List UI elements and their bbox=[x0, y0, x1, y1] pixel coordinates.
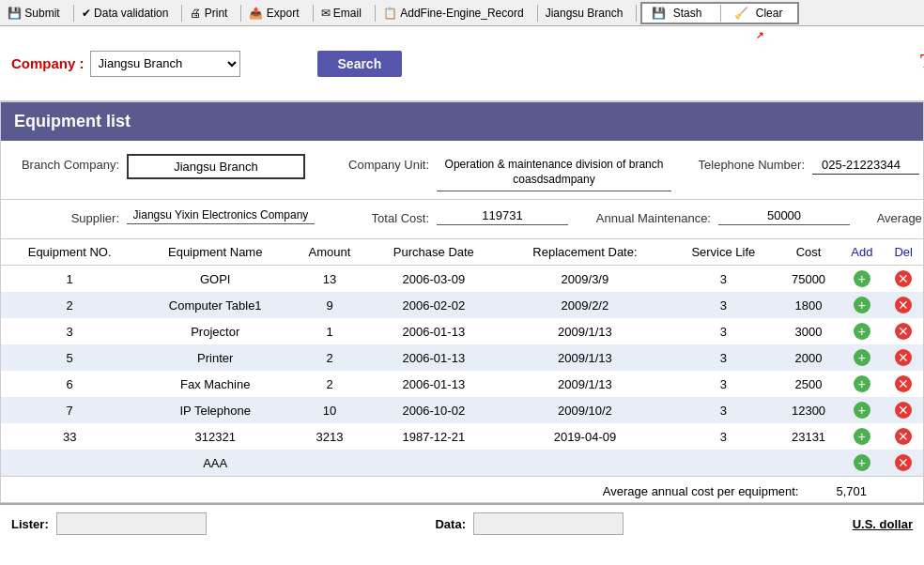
col-replacement: Replacement Date: bbox=[500, 239, 670, 266]
main-content: Equipment list Branch Company: Jiangsu B… bbox=[0, 101, 924, 503]
branch-label: Branch Company: bbox=[5, 154, 127, 172]
print-icon: 🖨 bbox=[190, 7, 201, 20]
del-row-button[interactable]: ✕ bbox=[895, 428, 912, 445]
telephone-label: Telephone Number: bbox=[681, 154, 812, 172]
table-row: AAA+✕ bbox=[1, 450, 923, 476]
add-record-icon: 📋 bbox=[383, 7, 397, 20]
sep4 bbox=[313, 5, 314, 22]
add-row-button[interactable]: + bbox=[854, 323, 870, 340]
col-life: Service Life bbox=[670, 239, 778, 266]
lister-input[interactable] bbox=[56, 512, 207, 535]
total-cost-label: Total Cost: bbox=[315, 207, 437, 225]
avg-service-life-label: Average Service Life: bbox=[850, 207, 924, 225]
col-no: Equipment NO. bbox=[1, 239, 138, 266]
data-validation-button[interactable]: ✔ Data validation bbox=[78, 6, 173, 21]
footer: Lister: Data: U.S. dollar bbox=[0, 503, 924, 542]
data-input[interactable] bbox=[473, 512, 624, 535]
submit-button[interactable]: 💾 Submit bbox=[4, 6, 64, 21]
del-row-button[interactable]: ✕ bbox=[895, 349, 912, 366]
del-row-button[interactable]: ✕ bbox=[895, 270, 912, 287]
sep6 bbox=[537, 5, 538, 22]
export-button[interactable]: 📤 Export bbox=[245, 6, 302, 21]
info-row-1: Branch Company: Jiangsu Branch Company U… bbox=[1, 141, 923, 200]
stash-button[interactable]: 💾 Stash bbox=[648, 6, 705, 21]
avg-row: Average annual cost per equipment: 5,701 bbox=[1, 476, 923, 502]
company-unit-label: Company Unit: bbox=[315, 154, 437, 172]
table-row: 7IP Telephone102006-10-022009/10/2312300… bbox=[1, 397, 923, 423]
add-row-button[interactable]: + bbox=[854, 375, 870, 392]
del-row-button[interactable]: ✕ bbox=[895, 402, 912, 419]
add-record-button[interactable]: 📋 AddFine-Engine_Record bbox=[379, 6, 528, 21]
section-title: Equipment list bbox=[14, 112, 131, 130]
table-row: 3Projector12006-01-132009/1/1333000+✕ bbox=[1, 318, 923, 344]
company-label: Company : bbox=[11, 55, 85, 71]
del-row-button[interactable]: ✕ bbox=[895, 375, 912, 392]
add-row-button[interactable]: + bbox=[854, 402, 870, 419]
add-row-button[interactable]: + bbox=[854, 428, 870, 445]
sep3 bbox=[240, 5, 241, 22]
del-row-button[interactable]: ✕ bbox=[895, 454, 912, 471]
temp-storage-annotation: ↗ Temporary Storage bbox=[460, 39, 632, 64]
lister-label: Lister: bbox=[11, 517, 49, 531]
sep2 bbox=[181, 5, 182, 22]
annual-maintenance-label: Annual Maintenance: bbox=[568, 207, 718, 225]
toolbar: 💾 Submit ✔ Data validation 🖨 Print 📤 Exp… bbox=[0, 0, 924, 26]
jiangsu-branch-button[interactable]: Jiangsu Branch bbox=[542, 6, 627, 21]
sep5 bbox=[375, 5, 376, 22]
telephone-value: 025-21223344 bbox=[812, 154, 919, 175]
section-header: Equipment list bbox=[1, 102, 923, 141]
table-row: 2Computer Table192006-02-022009/2/231800… bbox=[1, 292, 923, 318]
currency-text: U.S. dollar bbox=[853, 517, 913, 531]
print-button[interactable]: 🖨 Print bbox=[186, 6, 231, 21]
stash-icon: 💾 bbox=[652, 7, 666, 20]
data-label: Data: bbox=[435, 517, 466, 531]
annual-maintenance-value: 50000 bbox=[718, 208, 850, 225]
company-select[interactable]: Jiangsu Branch bbox=[90, 51, 240, 77]
searchbar: Company : Jiangsu Branch Search ↗ Tempor… bbox=[0, 26, 924, 101]
table-row: 6Fax Machine22006-01-132009/1/1332500+✕ bbox=[1, 371, 923, 397]
clear-icon: 🧹 bbox=[734, 7, 748, 20]
branch-value: Jiangsu Branch bbox=[127, 154, 305, 179]
supplier-label: Supplier: bbox=[5, 207, 127, 225]
sep7 bbox=[636, 5, 637, 22]
add-row-button[interactable]: + bbox=[854, 349, 870, 366]
sep8 bbox=[720, 5, 721, 22]
info-row-2: Supplier: Jiangsu Yixin Electronics Comp… bbox=[1, 200, 923, 239]
submit-icon: 💾 bbox=[8, 7, 22, 20]
add-row-button[interactable]: + bbox=[854, 454, 870, 471]
company-unit-value: Operation & maintenance division of bran… bbox=[437, 154, 671, 191]
col-del: Del bbox=[884, 239, 923, 266]
clear-button[interactable]: 🧹 Clear bbox=[731, 6, 786, 21]
email-icon: ✉ bbox=[321, 7, 331, 20]
del-row-button[interactable]: ✕ bbox=[895, 297, 912, 313]
del-row-button[interactable]: ✕ bbox=[895, 323, 912, 340]
currency-label: U.S. dollar bbox=[853, 517, 913, 531]
col-cost: Cost bbox=[778, 239, 840, 266]
export-icon: 📤 bbox=[249, 7, 263, 20]
table-row: 5Printer22006-01-132009/1/1332000+✕ bbox=[1, 344, 923, 371]
check-icon: ✔ bbox=[82, 7, 91, 20]
avg-value: 5,701 bbox=[836, 484, 867, 498]
total-cost-value: 119731 bbox=[437, 208, 568, 225]
search-button[interactable]: Search bbox=[317, 51, 403, 77]
avg-label: Average annual cost per equipment: bbox=[603, 484, 799, 498]
add-row-button[interactable]: + bbox=[854, 270, 870, 287]
col-name: Equipment Name bbox=[138, 239, 292, 266]
footer-data: Data: bbox=[435, 512, 624, 535]
sep1 bbox=[73, 5, 74, 22]
col-amount: Amount bbox=[292, 239, 367, 266]
col-purchase: Purchase Date bbox=[367, 239, 500, 266]
footer-lister: Lister: bbox=[11, 512, 207, 535]
table-row: 1GOPI132006-03-092009/3/9375000+✕ bbox=[1, 266, 923, 293]
equipment-table: Equipment NO. Equipment Name Amount Purc… bbox=[1, 239, 923, 476]
col-add: Add bbox=[839, 239, 884, 266]
add-row-button[interactable]: + bbox=[854, 297, 870, 313]
supplier-value: Jiangsu Yixin Electronics Company bbox=[127, 208, 315, 224]
table-row: 3331232132131987-12-212019-04-09323131+✕ bbox=[1, 423, 923, 450]
email-button[interactable]: ✉ Email bbox=[317, 6, 365, 21]
temp-storage-label: Temporary Storage bbox=[920, 49, 924, 73]
